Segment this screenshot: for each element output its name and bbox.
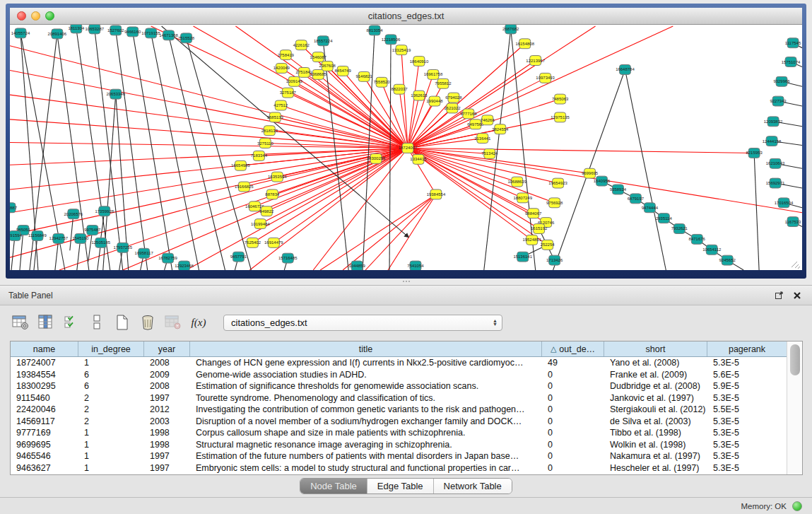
table-cell[interactable]: 0 (542, 381, 604, 391)
panel-splitter[interactable] (0, 279, 812, 285)
table-cell[interactable]: de Silva et al. (2003) (604, 416, 707, 426)
table-row[interactable]: 1456911722003Disruption of a novel membe… (11, 416, 787, 428)
table-row[interactable]: 2242004622012Investigating the contribut… (11, 404, 787, 416)
table-cell[interactable]: 2008 (144, 381, 190, 391)
table-cell[interactable]: 9115460 (11, 393, 78, 403)
table-cell[interactable]: 5.6E-5 (707, 370, 787, 380)
table-cell[interactable]: 0 (542, 428, 604, 438)
table-cell[interactable]: Disruption of a novel member of a sodium… (190, 416, 542, 426)
toggle-column-icon[interactable] (88, 313, 106, 332)
table-cell[interactable]: 0 (542, 404, 604, 414)
column-header-title[interactable]: title (190, 341, 542, 356)
table-cell[interactable]: Nakamura et al. (1997) (604, 451, 707, 461)
table-cell[interactable]: Tibbo et al. (1998) (604, 428, 707, 438)
table-cell[interactable]: Yano et al. (2008) (604, 358, 707, 368)
column-header-name[interactable]: name (11, 341, 78, 356)
table-cell[interactable]: Corpus callosum shape and size in male p… (190, 428, 542, 438)
table-cell[interactable]: 9465546 (11, 451, 78, 461)
select-column-icon[interactable] (37, 313, 55, 332)
table-cell[interactable]: 2003 (144, 416, 190, 426)
table-row[interactable]: 1938455462009Genome-wide association stu… (11, 369, 787, 381)
table-cell[interactable]: 1 (78, 428, 144, 438)
table-cell[interactable]: 0 (542, 416, 604, 426)
column-header-year[interactable]: year (144, 341, 190, 356)
table-cell[interactable]: Tourette syndrome. Phenomenology and cla… (190, 393, 542, 403)
close-window-icon[interactable] (17, 11, 26, 21)
delete-table-icon[interactable] (139, 313, 157, 332)
table-cell[interactable]: 5.3E-5 (707, 428, 787, 438)
table-cell[interactable]: 2 (78, 393, 144, 403)
table-cell[interactable]: 5.3E-5 (707, 358, 787, 368)
table-row[interactable]: 1830029562008Estimation of significance … (11, 380, 787, 392)
table-cell[interactable]: 1 (78, 463, 144, 473)
table-cell[interactable]: 2009 (144, 370, 190, 380)
table-row[interactable]: 969969511998Structural magnetic resonanc… (11, 439, 787, 451)
table-cell[interactable]: Changes of HCN gene expression and I(f) … (190, 358, 542, 368)
table-cell[interactable]: 0 (542, 451, 604, 461)
table-cell[interactable]: 5.3E-5 (707, 451, 787, 461)
table-cell[interactable]: 1997 (144, 451, 190, 461)
table-cell[interactable]: 5.3E-5 (707, 463, 787, 473)
network-canvas[interactable]: 1405572420891406181130410653287152760294… (10, 25, 802, 270)
table-row[interactable]: 1872400712008Changes of HCN gene express… (11, 357, 787, 369)
float-panel-icon[interactable] (772, 289, 785, 302)
table-cell[interactable]: Franke et al. (2009) (604, 370, 707, 380)
select-rows-icon[interactable] (62, 313, 81, 332)
table-cell[interactable]: 49 (542, 358, 604, 368)
minimize-window-icon[interactable] (31, 11, 40, 21)
table-cell[interactable]: 19384554 (11, 370, 78, 380)
close-panel-icon[interactable] (791, 289, 804, 302)
table-cell[interactable]: 9463627 (11, 463, 78, 473)
table-cell[interactable]: 0 (542, 440, 604, 450)
tab-node-table[interactable]: Node Table (300, 479, 367, 493)
import-table-icon[interactable] (164, 313, 182, 332)
table-cell[interactable]: Wolkin et al. (1998) (604, 440, 707, 450)
table-cell[interactable]: 5.3E-5 (707, 393, 787, 403)
table-cell[interactable]: 2 (78, 404, 144, 414)
table-cell[interactable]: 5.3E-5 (707, 416, 787, 426)
table-cell[interactable]: 6 (78, 370, 144, 380)
vertical-scrollbar[interactable] (787, 341, 802, 474)
table-cell[interactable]: 1 (78, 451, 144, 461)
table-cell[interactable]: Embryonic stem cells: a model to study s… (190, 463, 542, 473)
table-row[interactable]: 911546021997Tourette syndrome. Phenomeno… (11, 392, 787, 404)
splitter-grip-icon[interactable] (403, 281, 413, 283)
column-header-in_degree[interactable]: in_degree (78, 341, 144, 356)
table-cell[interactable]: 5.5E-5 (707, 404, 787, 414)
table-cell[interactable]: 1997 (144, 463, 190, 473)
column-header-pagerank[interactable]: pagerank (707, 341, 787, 356)
function-builder-icon[interactable]: f(x) (189, 313, 208, 332)
table-row[interactable]: 946554611997Estimation of the future num… (11, 450, 787, 462)
table-row[interactable]: 977716911998Corpus callosum shape and si… (11, 427, 787, 439)
table-cell[interactable]: 1998 (144, 428, 190, 438)
table-cell[interactable]: 2008 (144, 358, 190, 368)
table-cell[interactable]: 14569117 (11, 416, 78, 426)
scrollbar-thumb[interactable] (790, 344, 800, 375)
table-cell[interactable]: Genome-wide association studies in ADHD. (190, 370, 542, 380)
table-cell[interactable]: 0 (542, 370, 604, 380)
table-cell[interactable]: 1 (78, 440, 144, 450)
new-table-icon[interactable] (113, 313, 131, 332)
citation-network-graph[interactable]: 1405572420891406181130410653287152760294… (10, 25, 802, 270)
table-cell[interactable]: 2012 (144, 404, 190, 414)
table-cell[interactable]: 0 (542, 393, 604, 403)
table-row[interactable]: 946362711997Embryonic stem cells: a mode… (11, 462, 787, 474)
column-header-short[interactable]: short (604, 341, 707, 356)
table-cell[interactable]: 9699695 (11, 440, 78, 450)
table-cell[interactable]: Hescheler et al. (1997) (604, 463, 707, 473)
tab-edge-table[interactable]: Edge Table (367, 479, 434, 493)
table-cell[interactable]: 1997 (144, 393, 190, 403)
tab-network-table[interactable]: Network Table (434, 479, 512, 493)
table-cell[interactable]: Estimation of significance thresholds fo… (190, 381, 542, 391)
table-cell[interactable]: 5.9E-5 (707, 381, 787, 391)
table-cell[interactable]: Stergiakouli et al. (2012) (604, 404, 707, 414)
zoom-window-icon[interactable] (45, 11, 54, 21)
table-cell[interactable]: Structural magnetic resonance image aver… (190, 440, 542, 450)
column-header-out_de[interactable]: △out_de… (542, 341, 604, 356)
table-cell[interactable]: 0 (542, 463, 604, 473)
window-titlebar[interactable]: citations_edges.txt (10, 8, 802, 25)
table-cell[interactable]: 9777169 (11, 428, 78, 438)
table-cell[interactable]: Estimation of the future numbers of pati… (190, 451, 542, 461)
table-cell[interactable]: 18300295 (11, 381, 78, 391)
table-settings-icon[interactable] (11, 313, 30, 332)
